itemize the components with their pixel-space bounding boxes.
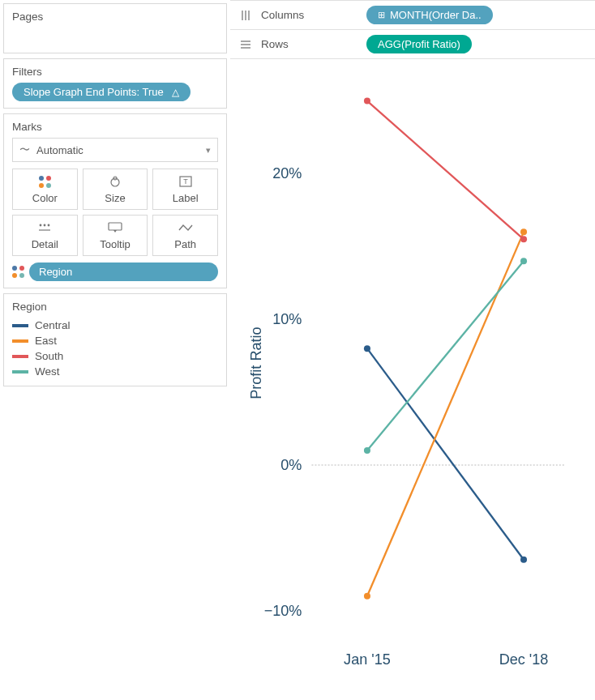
y-tick-label: 0% [280,457,302,473]
columns-pill-label: MONTH(Order Da.. [390,9,482,21]
legend-item[interactable]: South [12,348,218,364]
x-tick-label: Jan '15 [344,651,391,668]
legend-swatch [12,370,28,373]
y-tick-label: −10% [264,603,302,619]
size-icon [108,174,122,189]
series-line [367,261,524,450]
filters-title: Filters [12,66,218,78]
pages-title: Pages [12,11,218,23]
legend-label: West [35,365,60,378]
legend-item[interactable]: West [12,364,218,379]
legend-swatch [12,355,28,358]
marks-type-select[interactable]: 〜 Automatic ▾ [12,138,218,162]
detail-icon [38,220,51,235]
color-icon [39,174,51,189]
marks-path-card[interactable]: Path [152,215,218,256]
columns-icon [238,10,253,21]
tooltip-icon [108,220,122,235]
svg-marker-9 [113,230,117,233]
series-point [520,228,527,235]
marks-tooltip-card[interactable]: Tooltip [83,215,148,256]
region-pill-label: Region [39,266,72,278]
y-axis-label: Profit Ratio [248,327,264,399]
svg-point-6 [48,224,50,227]
plus-icon: ⊞ [378,10,385,20]
color-icon-small [12,266,24,278]
filters-panel: Filters Slope Graph End Points: True △ [3,58,227,109]
columns-shelf[interactable]: Columns ⊞ MONTH(Order Da.. [230,0,595,30]
series-point [364,98,370,105]
svg-point-5 [44,224,46,227]
marks-color-card[interactable]: Color [12,169,78,210]
series-point [364,593,370,600]
marks-detail-label: Detail [32,238,58,250]
rows-shelf[interactable]: Rows AGG(Profit Ratio) [230,30,595,59]
rows-pill[interactable]: AGG(Profit Ratio) [366,35,472,53]
series-point [364,447,370,454]
marks-panel: Marks 〜 Automatic ▾ Color [3,113,227,288]
series-point [520,258,527,264]
marks-size-card[interactable]: Size [83,169,148,210]
automatic-line-icon: 〜 [19,143,30,157]
columns-label: Columns [261,9,358,21]
y-tick-label: 10% [272,311,302,327]
marks-detail-card[interactable]: Detail [12,215,78,256]
legend-label: South [35,350,63,362]
chevron-down-icon: ▾ [206,145,211,156]
slope-chart: −10%0%10%20%Profit RatioJan '15Dec '18 [230,69,589,700]
svg-point-4 [40,224,42,227]
marks-label-label: Label [173,192,199,204]
marks-type-label: Automatic [36,144,83,156]
x-tick-label: Dec '18 [499,651,549,668]
pages-panel: Pages [3,3,227,53]
series-line [367,232,524,595]
legend-swatch [12,339,28,343]
rows-label: Rows [261,38,358,50]
marks-tooltip-label: Tooltip [100,238,131,250]
columns-pill[interactable]: ⊞ MONTH(Order Da.. [366,6,493,24]
series-line [367,348,524,560]
series-point [520,236,527,242]
filter-pill[interactable]: Slope Graph End Points: True △ [12,83,190,101]
marks-label-card[interactable]: T Label [152,169,218,210]
legend-item[interactable]: Central [12,318,218,333]
marks-size-label: Size [105,192,125,204]
legend-swatch [12,324,28,327]
legend-label: East [35,335,57,347]
svg-rect-8 [109,223,122,230]
path-icon [178,220,193,235]
marks-path-label: Path [174,238,196,250]
label-icon: T [179,174,192,189]
series-point [520,557,527,563]
svg-text:T: T [183,177,188,186]
legend-panel: Region CentralEastSouthWest [3,293,227,386]
rows-icon [238,39,253,50]
series-point [364,345,370,352]
legend-title: Region [12,301,218,313]
marks-color-label: Color [32,192,58,204]
marks-title: Marks [12,121,218,133]
filter-pill-label: Slope Graph End Points: True [24,86,164,98]
rows-pill-label: AGG(Profit Ratio) [378,38,460,50]
legend-label: Central [35,319,71,331]
y-tick-label: 20% [272,165,302,181]
chart-area: −10%0%10%20%Profit RatioJan '15Dec '18 [230,59,595,700]
filter-delta-icon: △ [172,87,179,98]
region-pill[interactable]: Region [29,262,218,281]
legend-item[interactable]: East [12,333,218,348]
series-line [367,101,524,240]
